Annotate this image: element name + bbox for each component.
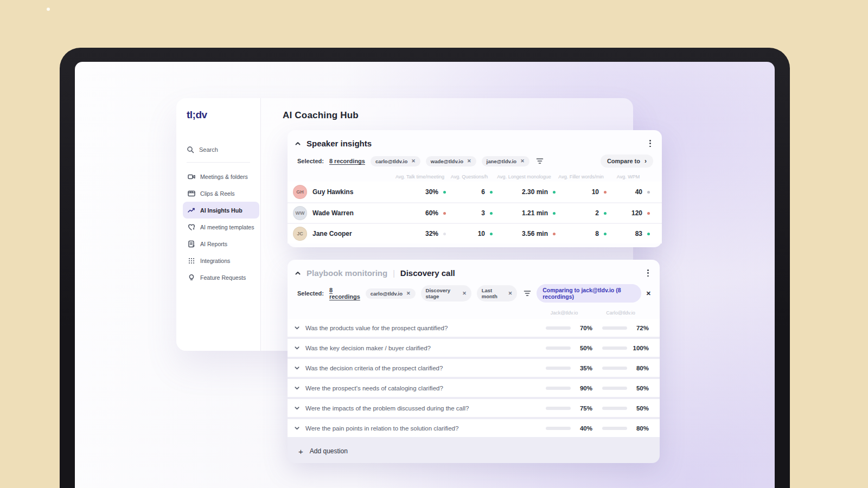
add-question-button[interactable]: + Add question [288, 439, 660, 463]
column-header: Carlo@tldv.io [592, 310, 649, 316]
chip-close-icon[interactable]: ✕ [508, 291, 513, 296]
filter-funnel-icon[interactable] [524, 290, 531, 297]
progress-bar [602, 407, 627, 410]
trend-line-icon [188, 207, 195, 214]
question-text: Were the impacts of the problem discusse… [305, 405, 536, 412]
playbook-title-muted: Playbook monitoring [307, 268, 387, 278]
sidebar-item-ai-reports[interactable]: AI Reports [187, 235, 260, 252]
question-row[interactable]: Were the impacts of the problem discusse… [288, 399, 660, 417]
speaker-insights-header: Speaker insights [288, 130, 662, 149]
table-row[interactable]: WW Wade Warren 60% 3 1.21 min 2 120 [288, 202, 662, 223]
search-button[interactable]: Search [187, 146, 260, 153]
question-text: Were the pain points in relation to the … [305, 425, 536, 432]
lightbulb-icon [188, 274, 195, 281]
speaker-filter-row: Selected: 8 recordings carlo@tldv.io ✕ w… [288, 149, 662, 168]
progress-bar [546, 427, 571, 430]
column-header: Avg. Longest monologue [493, 174, 556, 179]
chevron-down-icon[interactable] [294, 325, 300, 331]
filter-funnel-icon[interactable] [536, 158, 544, 164]
metric-value: 120 [631, 209, 642, 217]
chip-close-icon[interactable]: ✕ [467, 158, 471, 164]
chip-label: jane@tldv.io [487, 158, 517, 164]
question-row[interactable]: Were the pain points in relation to the … [288, 419, 660, 437]
sidebar-item-label: Feature Requests [200, 274, 246, 281]
speaker-name: Jane Cooper [312, 230, 394, 237]
sidebar-item-label: AI meeting templates [200, 224, 254, 230]
chevron-down-icon[interactable] [294, 405, 300, 411]
chip-close-icon[interactable]: ✕ [520, 158, 525, 164]
filter-chip[interactable]: jane@tldv.io ✕ [482, 156, 529, 166]
add-question-label: Add question [310, 447, 348, 455]
compare-label: Compare to [607, 158, 640, 164]
metric-value: 10 [478, 230, 485, 237]
filter-chip[interactable]: carlo@tldv.io ✕ [371, 156, 420, 166]
chevron-down-icon[interactable] [294, 365, 300, 371]
table-row[interactable]: GH Guy Hawkins 30% 6 2.30 min 10 40 [288, 182, 662, 202]
question-text: Was the products value for the prospect … [305, 325, 536, 331]
column-header: Avg. WPM [607, 174, 650, 179]
progress-bar [602, 346, 627, 350]
question-row[interactable]: Was the decision criteria of the prospec… [288, 359, 660, 377]
percent-value: 35% [575, 365, 592, 371]
selected-label: Selected: [297, 290, 324, 297]
sidebar-item-integrations[interactable]: Integrations [187, 252, 260, 269]
comparing-chip: Comparing to jack@tldv.io (8 recordings)… [537, 284, 651, 303]
avatar: JC [293, 227, 307, 241]
metric-value: 8 [595, 230, 599, 237]
collapse-chevron-up-icon[interactable] [295, 270, 301, 277]
question-row[interactable]: Was the key decision maker / buyer clari… [288, 339, 660, 357]
selected-recordings-link[interactable]: 8 recordings [329, 287, 360, 300]
chevron-down-icon[interactable] [294, 385, 300, 391]
sidebar-item-feature-requests[interactable]: Feature Requests [187, 269, 260, 286]
kebab-menu-icon[interactable] [645, 267, 651, 279]
filter-chip[interactable]: carlo@tldv.io ✕ [366, 288, 416, 299]
title-separator: | [393, 269, 395, 278]
filter-chip[interactable]: Discovery stage ✕ [421, 285, 471, 301]
compare-to-button[interactable]: Compare to › [601, 155, 653, 168]
avatar: WW [293, 206, 307, 220]
sidebar-item-label: Integrations [200, 258, 230, 264]
kebab-menu-icon[interactable] [647, 138, 653, 149]
filter-chip[interactable]: Last month ✕ [477, 285, 518, 301]
question-row[interactable]: Were the prospect's needs of cataloging … [288, 379, 660, 397]
comparing-close-icon[interactable]: ✕ [646, 290, 651, 297]
progress-bar [546, 346, 571, 350]
status-dot [647, 212, 650, 215]
sidebar-item-label: Meetings & folders [200, 174, 248, 180]
percent-value: 50% [575, 345, 592, 351]
sidebar-item-clips-reels[interactable]: Clips & Reels [187, 185, 260, 202]
filter-chip[interactable]: wade@tldv.io ✕ [426, 156, 476, 166]
speaker-name: Guy Hawkins [312, 188, 394, 196]
table-row[interactable]: JC Jane Cooper 32% 10 3.56 min 8 83 [288, 223, 662, 243]
playbook-header: Playbook monitoring | Discovery call [288, 260, 660, 279]
metric-value: 10 [592, 188, 599, 196]
comparing-label[interactable]: Comparing to jack@tldv.io (8 recordings) [537, 284, 641, 303]
chip-close-icon[interactable]: ✕ [411, 158, 416, 164]
column-header: Jack@tldv.io [536, 310, 592, 316]
sidebar-nav: Meetings & folders Clips & Reels AI Insi… [187, 168, 260, 286]
question-row[interactable]: Was the products value for the prospect … [288, 319, 660, 337]
sidebar: tl;dv Search Meetings & folders Clips & … [176, 98, 261, 351]
progress-bar [602, 387, 627, 390]
chevron-down-icon[interactable] [294, 345, 300, 351]
speaker-name: Wade Warren [312, 209, 394, 217]
metric-value: 83 [635, 230, 642, 237]
chip-close-icon[interactable]: ✕ [406, 291, 411, 296]
chip-close-icon[interactable]: ✕ [462, 291, 467, 296]
sidebar-item-meetings-folders[interactable]: Meetings & folders [187, 168, 260, 185]
clapperboard-icon [188, 190, 195, 197]
metric-value: 60% [425, 209, 438, 217]
plus-icon: + [298, 447, 303, 456]
selected-label: Selected: [297, 158, 324, 164]
percent-value: 72% [631, 325, 649, 331]
selected-recordings-link[interactable]: 8 recordings [329, 158, 365, 164]
chevron-right-icon: › [644, 157, 647, 165]
sidebar-item-ai-insights-hub[interactable]: AI Insights Hub [183, 202, 259, 219]
chip-label: wade@tldv.io [431, 158, 463, 164]
collapse-chevron-up-icon[interactable] [295, 140, 301, 147]
metric-value: 3.56 min [522, 230, 548, 237]
chevron-down-icon[interactable] [294, 425, 300, 431]
sidebar-item-ai-meeting-templates[interactable]: AI meeting templates [187, 219, 260, 235]
playbook-title: Discovery call [400, 268, 455, 278]
column-header: Avg. Talk time/meeting [394, 174, 446, 179]
